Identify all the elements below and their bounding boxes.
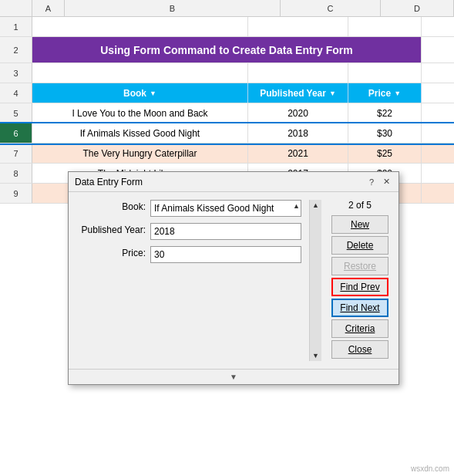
col-header-blank: [0, 0, 32, 16]
rownum-4: 4: [0, 83, 32, 103]
cell-year-6[interactable]: 2018: [248, 123, 348, 143]
rownum-6: 6: [0, 123, 32, 143]
dialog-fields: Book: ▲ Published Year: Price:: [76, 200, 301, 361]
dialog-bottom-scroll: ▼: [69, 369, 399, 384]
watermark: wsxdn.com: [411, 464, 449, 473]
cell-price-6[interactable]: $30: [348, 123, 422, 143]
table-row[interactable]: 7 The Very Hungry Caterpillar 2021 $25: [0, 143, 454, 164]
header-price[interactable]: Price ▼: [348, 83, 422, 103]
book-input-wrap: ▲: [150, 200, 301, 217]
filter-arrow-book[interactable]: ▼: [150, 89, 156, 97]
data-entry-dialog: Data Entry Form ? ✕ Book: ▲ Published Ye…: [68, 171, 399, 385]
year-field-row: Published Year:: [76, 223, 301, 240]
cell-3b: [32, 63, 248, 83]
dialog-controls: ? ✕: [367, 177, 392, 187]
header-year[interactable]: Published Year ▼: [248, 83, 348, 103]
rownum-7: 7: [0, 143, 32, 163]
col-header-b: B: [65, 0, 281, 16]
scroll-down-arrow[interactable]: ▼: [230, 373, 237, 381]
dialog-scrollbar[interactable]: ▲ ▼: [309, 200, 321, 361]
cell-1b: [32, 17, 248, 36]
year-input-wrap: [150, 223, 301, 240]
dialog-close-x-button[interactable]: ✕: [381, 177, 392, 187]
book-input[interactable]: [150, 200, 301, 217]
book-field-label: Book:: [76, 200, 146, 212]
title-row: 2 Using Form Command to Create Data Entr…: [0, 37, 454, 63]
restore-button[interactable]: Restore: [331, 257, 388, 275]
scroll-up-btn[interactable]: ▲: [312, 201, 319, 209]
header-book[interactable]: Book ▼: [32, 83, 248, 103]
new-button[interactable]: New: [331, 215, 388, 234]
cell-1c: [248, 17, 348, 36]
rownum-5: 5: [0, 103, 32, 123]
cell-book-6[interactable]: If Animals Kissed Good Night: [32, 123, 248, 143]
delete-button[interactable]: Delete: [331, 236, 388, 255]
col-header-c: C: [281, 0, 381, 16]
criteria-button[interactable]: Criteria: [331, 319, 388, 338]
rownum-1: 1: [0, 17, 32, 36]
year-input[interactable]: [150, 223, 301, 240]
cell-1d: [348, 17, 422, 36]
rownum-3: 3: [0, 63, 32, 83]
cell-3d: [348, 63, 422, 83]
price-input-wrap: [150, 246, 301, 263]
dialog-title: Data Entry Form: [75, 177, 143, 187]
cell-price-7[interactable]: $25: [348, 143, 422, 163]
table-row[interactable]: 6 If Animals Kissed Good Night 2018 $30: [0, 123, 454, 143]
dialog-help-button[interactable]: ?: [367, 177, 376, 187]
dialog-action-buttons: 2 of 5 New Delete Restore Find Prev Find…: [329, 200, 391, 361]
header-year-label: Published Year: [260, 88, 326, 99]
table-header-row: 4 Book ▼ Published Year ▼ Price ▼: [0, 83, 454, 103]
cell-year-7[interactable]: 2021: [248, 143, 348, 163]
title-cell: Using Form Command to Create Data Entry …: [32, 37, 422, 62]
cell-book-7[interactable]: The Very Hungry Caterpillar: [32, 143, 248, 163]
filter-arrow-year[interactable]: ▼: [329, 89, 336, 97]
close-button[interactable]: Close: [331, 340, 388, 359]
year-field-label: Published Year:: [76, 223, 146, 235]
header-book-label: Book: [123, 88, 146, 99]
column-header-row: A B C D: [0, 0, 454, 17]
row-1: 1: [0, 17, 454, 37]
price-field-label: Price:: [76, 246, 146, 258]
cell-book-5[interactable]: I Love You to the Moon and Back: [32, 103, 248, 123]
rownum-2: 2: [0, 37, 32, 62]
find-prev-button[interactable]: Find Prev: [331, 278, 388, 296]
price-input[interactable]: [150, 246, 301, 263]
col-header-a: A: [32, 0, 65, 16]
header-price-label: Price: [368, 88, 391, 99]
book-field-row: Book: ▲: [76, 200, 301, 217]
col-header-d: D: [381, 0, 454, 16]
table-row[interactable]: 5 I Love You to the Moon and Back 2020 $…: [0, 103, 454, 123]
scroll-down-btn[interactable]: ▼: [312, 352, 319, 360]
cell-year-5[interactable]: 2020: [248, 103, 348, 123]
find-next-button[interactable]: Find Next: [331, 299, 388, 317]
rownum-8: 8: [0, 164, 32, 183]
cell-3c: [248, 63, 348, 83]
row-3: 3: [0, 63, 454, 83]
dialog-titlebar: Data Entry Form ? ✕: [69, 172, 399, 192]
price-field-row: Price:: [76, 246, 301, 263]
rownum-9: 9: [0, 184, 32, 203]
dialog-body: Book: ▲ Published Year: Price:: [69, 192, 399, 369]
record-counter: 2 of 5: [348, 200, 372, 211]
filter-arrow-price[interactable]: ▼: [394, 89, 401, 97]
cell-price-5[interactable]: $22: [348, 103, 422, 123]
book-scroll-up[interactable]: ▲: [293, 202, 300, 210]
